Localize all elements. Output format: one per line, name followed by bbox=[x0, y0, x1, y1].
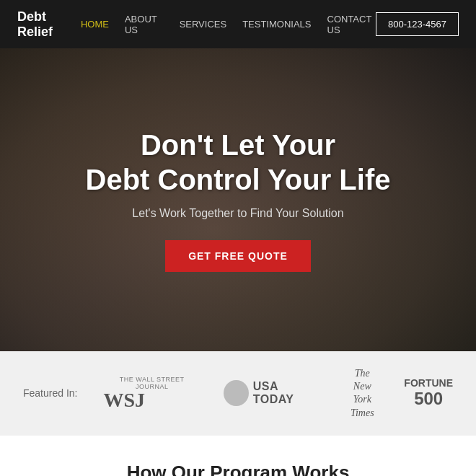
logo: Debt Relief bbox=[17, 9, 81, 40]
phone-button[interactable]: 800-123-4567 bbox=[376, 12, 459, 36]
featured-bar: Featured In: THE WALL STREET JOURNAL WSJ… bbox=[0, 351, 476, 436]
nav-testimonials[interactable]: TESTIMONIALS bbox=[242, 19, 311, 30]
cta-button[interactable]: GET FREE QUOTE bbox=[165, 240, 311, 272]
featured-label: Featured In: bbox=[23, 387, 78, 399]
how-section: How Our Program Works All the Lorem Ipsu… bbox=[0, 436, 476, 476]
hero-subtitle: Let's Work Together to Find Your Solutio… bbox=[86, 207, 391, 220]
header: Debt Relief HOME ABOUT US SERVICES TESTI… bbox=[0, 0, 476, 48]
nav-about[interactable]: ABOUT US bbox=[125, 14, 164, 35]
nav-services[interactable]: SERVICES bbox=[180, 19, 227, 30]
hero-section: Don't Let Your Debt Control Your Life Le… bbox=[0, 48, 476, 351]
fortune-logo: FORTUNE 500 bbox=[404, 377, 453, 409]
nav: HOME ABOUT US SERVICES TESTIMONIALS CONT… bbox=[81, 14, 376, 35]
nyt-logo: The New York Times bbox=[343, 367, 381, 420]
hero-content: Don't Let Your Debt Control Your Life Le… bbox=[86, 128, 391, 272]
featured-logos: THE WALL STREET JOURNAL WSJ USA TODAY Th… bbox=[104, 367, 454, 420]
nav-contact[interactable]: CONTACT US bbox=[327, 14, 376, 35]
how-title: How Our Program Works bbox=[29, 462, 447, 476]
wsj-logo: THE WALL STREET JOURNAL WSJ bbox=[104, 376, 200, 410]
usa-today-logo: USA TODAY bbox=[224, 380, 320, 406]
usa-circle bbox=[224, 380, 249, 406]
hero-title: Don't Let Your Debt Control Your Life bbox=[86, 128, 391, 197]
nav-home[interactable]: HOME bbox=[81, 19, 109, 30]
